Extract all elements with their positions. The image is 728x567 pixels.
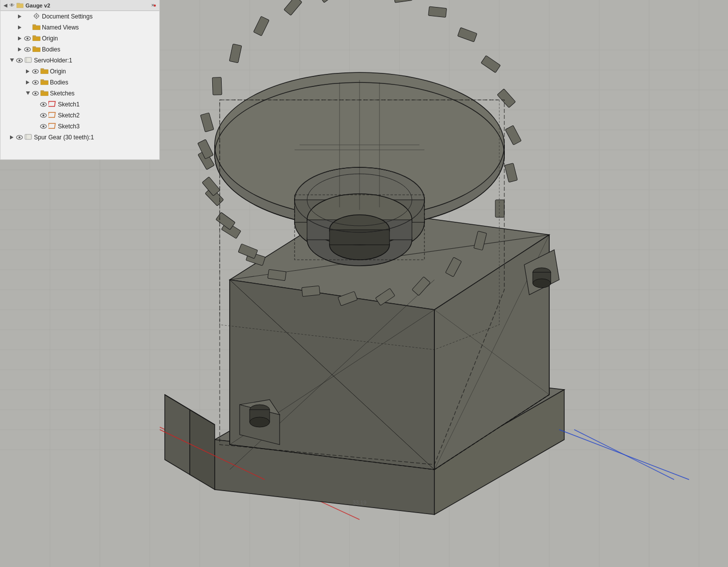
expand-arrow-icon[interactable] [24,90,31,97]
svg-point-169 [34,92,36,94]
tree-item-label: Origin [42,35,58,42]
svg-marker-152 [10,58,14,62]
expand-arrow-icon[interactable] [16,13,23,20]
tree-item-named-views[interactable]: Named Views [0,22,159,33]
tree-item-origin[interactable]: Origin [0,33,159,44]
svg-rect-141 [32,24,36,26]
svg-rect-131 [16,3,20,4]
tree-item-sketch2[interactable]: Sketch2 [0,110,159,121]
svg-rect-161 [40,68,44,70]
svg-rect-146 [32,35,36,37]
tree-item-label: Document Settings [42,13,92,20]
svg-rect-92 [495,200,504,217]
expand-arrow-icon[interactable] [24,79,31,86]
svg-rect-145 [32,36,40,41]
svg-point-164 [34,81,36,83]
visibility-eye-icon[interactable] [31,78,39,86]
visibility-eye-icon[interactable] [15,56,23,64]
folder-icon [40,67,48,75]
tree-item-sketch1[interactable]: Sketch1 [0,99,159,110]
svg-point-176 [42,114,44,116]
visibility-eye-icon[interactable] [23,45,31,53]
expand-arrow-icon[interactable] [8,57,15,64]
svg-rect-170 [40,91,48,96]
tree-item-document-settings[interactable]: Document Settings [0,11,159,22]
component-icon [24,56,32,65]
tree-container: Document Settings Named Views Origin Bod… [0,11,159,143]
svg-rect-184 [25,134,31,139]
svg-rect-165 [40,80,48,85]
tree-item-label: Sketch1 [58,101,79,108]
svg-point-179 [42,125,44,127]
expand-arrow-icon[interactable] [16,46,23,53]
visibility-eye-icon[interactable] [23,34,31,42]
folder-icon [32,34,40,42]
svg-rect-86 [428,6,447,17]
tree-item-sketches[interactable]: Sketches [0,88,159,99]
svg-marker-132 [18,14,21,18]
browser-header: ◀ 👁 Gauge v2 ● × [0,0,159,11]
svg-rect-174 [48,101,55,106]
tree-item-label: Bodies [50,79,68,86]
folder-icon [32,45,40,53]
visibility-eye-icon[interactable] [39,100,47,108]
tree-item-label: Origin [50,68,66,75]
expand-arrow-icon[interactable] [8,134,15,141]
svg-rect-177 [48,112,55,117]
visibility-eye-icon[interactable] [39,122,47,130]
tree-item-label: Sketch2 [58,112,79,119]
svg-rect-140 [32,25,40,30]
tree-item-origin2[interactable]: Origin [0,66,159,77]
svg-point-67 [250,417,270,427]
folder-icon [16,2,23,9]
tree-item-bodies2[interactable]: Bodies [0,77,159,88]
svg-rect-151 [32,46,36,48]
browser-title: Gauge v2 [25,2,151,8]
expand-arrow-icon[interactable] [16,35,23,42]
svg-point-159 [34,70,36,72]
svg-rect-155 [25,57,31,62]
expand-arrow-icon[interactable] [32,101,39,108]
svg-marker-139 [18,25,21,29]
visibility-eye-icon[interactable] [15,133,23,141]
svg-rect-130 [16,3,23,8]
svg-marker-162 [26,80,29,84]
svg-rect-171 [40,90,44,92]
expand-arrow-icon[interactable] [24,68,31,75]
svg-rect-166 [40,79,44,81]
tree-item-label: Sketch3 [58,123,79,130]
expand-arrow-icon[interactable] [16,24,23,31]
browser-panel: ◀ 👁 Gauge v2 ● × Document Settings Named… [0,0,160,160]
folder-icon [40,78,48,86]
eye-toggle-icon[interactable]: 👁 [9,2,14,8]
svg-marker-142 [18,36,21,40]
component-icon [24,133,32,142]
svg-rect-160 [40,69,48,74]
sketch_orange-icon [48,111,56,120]
svg-marker-181 [10,135,13,139]
expand-arrow-icon[interactable] [32,112,39,119]
visibility-eye-icon[interactable] [39,111,47,119]
tree-item-bodies[interactable]: Bodies [0,44,159,55]
tree-item-sketch3[interactable]: Sketch3 [0,121,159,132]
svg-rect-79 [212,77,222,95]
folder-icon [32,23,40,31]
expand-arrow-icon[interactable] [32,123,39,130]
tree-item-servoholder[interactable]: ServoHolder:1 [0,55,159,66]
svg-rect-98 [302,286,320,297]
tree-item-label: Sketches [50,90,74,97]
svg-text:33.19: 33.19 [353,500,366,506]
visibility-eye-icon[interactable] [31,67,39,75]
visibility-eye-icon[interactable] [31,89,39,97]
svg-point-144 [26,37,28,39]
settings-icon [32,12,40,21]
svg-rect-150 [32,47,40,52]
svg-point-183 [18,136,20,138]
svg-point-149 [26,48,28,50]
close-button[interactable]: × [149,1,156,8]
svg-marker-147 [18,47,21,51]
collapse-icon[interactable]: ◀ [3,2,7,8]
tree-item-spurgear[interactable]: Spur Gear (30 teeth):1 [0,132,159,143]
svg-marker-157 [26,69,29,73]
svg-rect-180 [48,123,55,128]
